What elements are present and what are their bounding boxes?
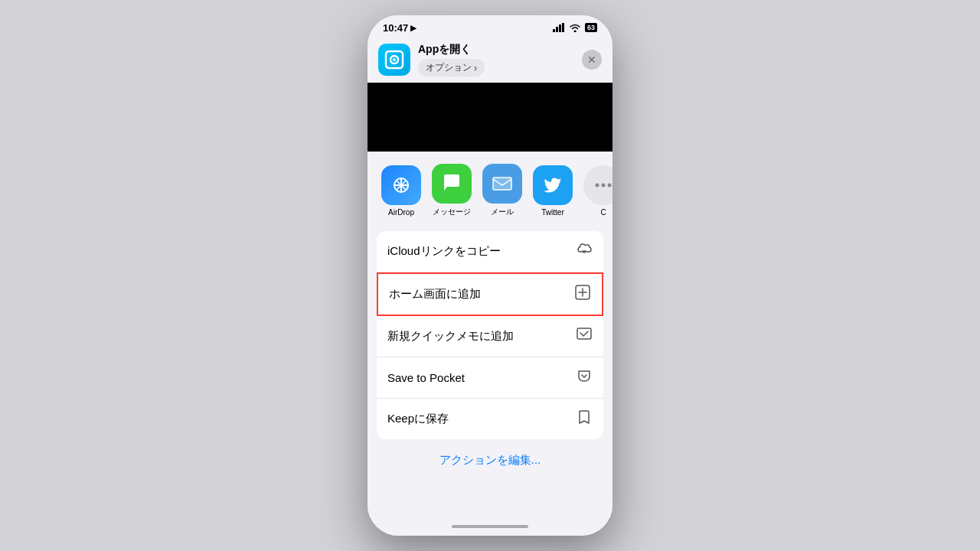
svg-rect-18 — [577, 328, 591, 339]
edit-actions-link[interactable]: アクションを編集... — [439, 453, 541, 466]
svg-point-13 — [608, 183, 612, 187]
edit-actions-area: アクションを編集... — [368, 445, 612, 475]
share-apps-row: AirDrop メッセージ メール — [368, 152, 612, 225]
icloud-copy-label: iCloudリンクをコピー — [387, 244, 501, 259]
quick-memo-label: 新規クイックメモに追加 — [387, 329, 514, 344]
close-button[interactable]: ✕ — [582, 50, 602, 70]
share-app-airdrop[interactable]: AirDrop — [378, 165, 424, 217]
icloud-copy-icon — [576, 241, 593, 262]
content-preview — [368, 83, 612, 152]
messages-symbol — [439, 171, 464, 196]
status-icons: 63 — [553, 23, 597, 32]
battery-indicator: 63 — [585, 23, 597, 32]
twitter-symbol — [541, 173, 565, 197]
share-sheet: AirDrop メッセージ メール — [368, 152, 612, 517]
airdrop-symbol — [389, 173, 413, 197]
status-bar: 10:47 ▶ 63 — [368, 15, 612, 37]
twitter-app-icon — [533, 165, 573, 205]
save-pocket-icon — [576, 367, 593, 388]
add-home-icon — [574, 284, 591, 305]
app-logo-icon — [383, 48, 406, 71]
svg-point-7 — [393, 58, 396, 61]
location-icon: ▶ — [410, 24, 416, 32]
keep-save-icon — [576, 409, 593, 429]
share-app-more[interactable]: C — [580, 165, 612, 217]
share-app-mail[interactable]: メール — [479, 164, 525, 217]
time-display: 10:47 — [383, 22, 408, 34]
app-header: Appを開く オプション › ✕ — [368, 37, 612, 83]
add-home-label: ホーム画面に追加 — [389, 287, 481, 302]
icloud-copy-item[interactable]: iCloudリンクをコピー — [377, 231, 603, 272]
app-icon — [378, 44, 410, 76]
quick-memo-item[interactable]: 新規クイックメモに追加 — [377, 316, 603, 357]
add-home-item[interactable]: ホーム画面に追加 — [377, 272, 603, 316]
close-icon: ✕ — [587, 54, 596, 66]
save-pocket-label: Save to Pocket — [387, 371, 465, 384]
option-chevron: › — [474, 63, 477, 73]
status-time-area: 10:47 ▶ — [383, 22, 416, 34]
svg-rect-2 — [559, 24, 561, 32]
quick-memo-icon — [576, 326, 593, 347]
svg-rect-3 — [562, 23, 564, 32]
signal-icon — [553, 23, 565, 32]
home-indicator — [368, 517, 612, 536]
svg-rect-9 — [493, 178, 511, 190]
home-bar — [452, 525, 528, 528]
more-app-icon — [583, 165, 612, 205]
svg-rect-1 — [556, 27, 558, 32]
keep-save-label: Keepに保存 — [387, 412, 449, 426]
svg-point-4 — [573, 31, 576, 33]
share-app-messages[interactable]: メッセージ — [429, 164, 475, 217]
mail-app-icon — [482, 164, 522, 204]
airdrop-app-icon — [381, 165, 421, 205]
phone-frame: 10:47 ▶ 63 — [368, 15, 612, 536]
option-label: オプション — [426, 61, 472, 74]
svg-point-11 — [596, 183, 599, 187]
mail-label: メール — [491, 207, 514, 217]
more-label: C — [600, 208, 606, 217]
app-info: Appを開く オプション › — [418, 43, 574, 77]
wifi-icon — [569, 23, 581, 32]
twitter-label: Twitter — [541, 208, 564, 217]
share-menu-section: iCloudリンクをコピー ホーム画面に追加 — [377, 231, 603, 439]
messages-label: メッセージ — [433, 207, 471, 217]
share-app-twitter[interactable]: Twitter — [530, 165, 576, 217]
save-pocket-item[interactable]: Save to Pocket — [377, 357, 603, 399]
mail-symbol — [490, 171, 514, 196]
app-open-title: Appを開く — [418, 43, 574, 57]
messages-app-icon — [432, 164, 472, 204]
airdrop-label: AirDrop — [388, 208, 414, 217]
option-button[interactable]: オプション › — [418, 59, 485, 77]
more-symbol — [593, 175, 612, 195]
keep-save-item[interactable]: Keepに保存 — [377, 399, 603, 439]
svg-point-12 — [602, 183, 606, 187]
svg-rect-0 — [553, 29, 555, 32]
